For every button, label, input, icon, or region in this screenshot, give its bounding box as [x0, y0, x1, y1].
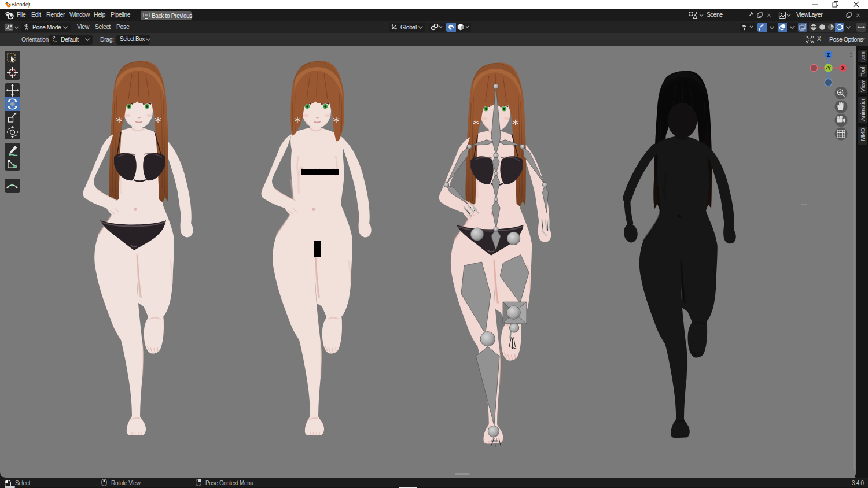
svg-text:MMD: MMD: [859, 128, 866, 141]
svg-text:X: X: [841, 65, 845, 71]
svg-text:-Y: -Y: [826, 65, 831, 71]
svg-text:Item: Item: [859, 51, 866, 62]
svg-text:Animation: Animation: [859, 98, 866, 121]
svg-text:Tool: Tool: [859, 67, 866, 77]
svg-text:Z: Z: [827, 52, 830, 58]
svg-text:View: View: [859, 80, 866, 92]
